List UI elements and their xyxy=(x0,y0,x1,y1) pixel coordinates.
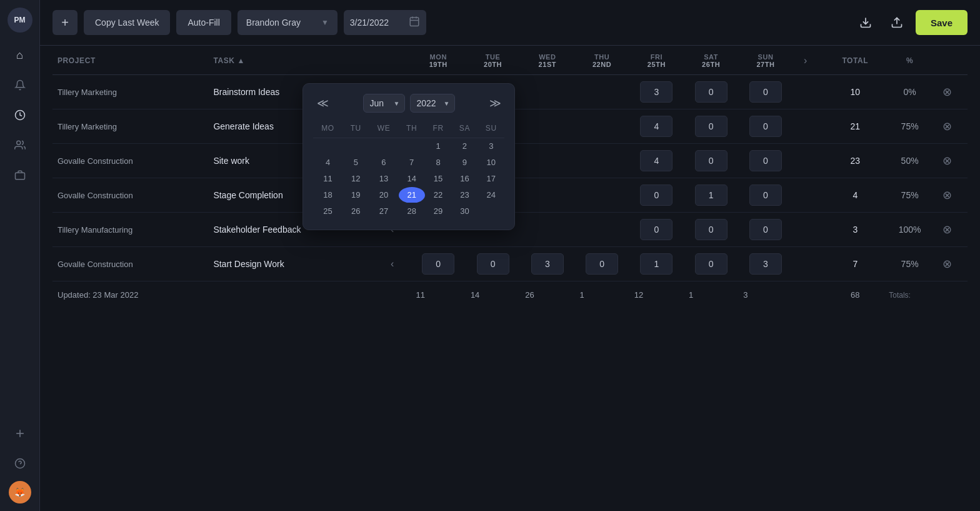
cell-sat-5[interactable] xyxy=(684,247,738,281)
auto-fill-button[interactable]: Auto-Fill xyxy=(176,10,231,35)
cal-day-cell[interactable]: 26 xyxy=(342,203,369,220)
cal-day-cell[interactable]: 24 xyxy=(478,187,504,203)
calendar-header: ≪ JanFebMarAprMay JunJulAugSep OctNovDec… xyxy=(313,94,504,113)
col-header-thu: Thu22nd xyxy=(574,46,629,75)
remove-row-button-0[interactable]: ⊗ xyxy=(938,83,956,101)
cell-fri-1[interactable] xyxy=(629,109,684,144)
user-selector[interactable]: Brandon Gray ▼ xyxy=(238,10,338,35)
cal-day-cell[interactable]: 15 xyxy=(425,171,451,187)
calendar-selects: JanFebMarAprMay JunJulAugSep OctNovDec ▼… xyxy=(363,94,455,113)
remove-row-button-2[interactable]: ⊗ xyxy=(938,152,956,169)
remove-row-button-5[interactable]: ⊗ xyxy=(938,255,956,273)
cell-mon-5[interactable] xyxy=(411,247,466,281)
cal-day-cell[interactable]: 18 xyxy=(313,187,342,203)
date-input[interactable] xyxy=(350,18,406,28)
download-button[interactable] xyxy=(853,10,878,35)
cal-day-cell[interactable]: 6 xyxy=(369,154,398,171)
cal-day-cell[interactable]: 3 xyxy=(478,138,504,154)
cell-wed-5[interactable] xyxy=(520,247,574,281)
cal-day-cell[interactable]: 12 xyxy=(342,171,369,187)
project-cell-4: Tillery Manufacturing xyxy=(52,213,208,247)
sidebar-item-briefcase[interactable] xyxy=(8,163,32,188)
cal-day-cell[interactable]: 30 xyxy=(451,203,478,220)
sidebar-item-time[interactable] xyxy=(8,103,32,128)
cal-day-cell[interactable]: 1 xyxy=(425,138,451,154)
cal-day-cell[interactable]: 17 xyxy=(478,171,504,187)
cell-tue-5[interactable] xyxy=(466,247,520,281)
cal-day-cell[interactable]: 25 xyxy=(313,203,342,220)
sidebar-item-help[interactable] xyxy=(8,451,32,476)
cell-thu-5[interactable] xyxy=(574,247,629,281)
calendar-prev-button[interactable]: ≪ xyxy=(313,94,332,113)
cell-sun-1[interactable] xyxy=(738,109,792,144)
col-header-task: TASK ▲ xyxy=(208,46,379,75)
cell-sun-5[interactable] xyxy=(738,247,792,281)
remove-row-button-3[interactable]: ⊗ xyxy=(938,186,956,204)
sidebar-item-home[interactable]: ⌂ xyxy=(8,43,32,68)
cell-fri-2[interactable] xyxy=(629,144,684,178)
calendar-next-button[interactable]: ≫ xyxy=(486,94,504,113)
sidebar-item-people[interactable] xyxy=(8,133,32,158)
user-avatar[interactable]: 🦊 xyxy=(9,481,31,503)
cal-day-cell[interactable]: 4 xyxy=(313,154,342,171)
cell-wed-0 xyxy=(520,75,574,109)
save-button[interactable]: Save xyxy=(916,10,968,35)
sidebar-item-add[interactable] xyxy=(8,421,32,446)
cell-wed-1 xyxy=(520,109,574,144)
cal-day-cell[interactable]: 16 xyxy=(451,171,478,187)
total-tue: 14 xyxy=(466,281,520,306)
add-entry-button[interactable]: + xyxy=(52,10,78,35)
cal-day-cell[interactable]: 29 xyxy=(425,203,451,220)
cell-sun-4[interactable] xyxy=(738,213,792,247)
total-wed: 26 xyxy=(520,281,574,306)
cell-sun-0[interactable] xyxy=(738,75,792,109)
copy-last-week-button[interactable]: Copy Last Week xyxy=(84,10,170,35)
cal-day-cell[interactable]: 23 xyxy=(451,187,478,203)
col-header-total: TOTAL xyxy=(824,46,886,75)
year-select[interactable]: 202020212022 20232024 xyxy=(410,94,455,113)
cell-fri-3[interactable] xyxy=(629,178,684,213)
cal-day-cell[interactable]: 7 xyxy=(399,154,425,171)
export-button[interactable] xyxy=(884,10,909,35)
cell-fri-0[interactable] xyxy=(629,75,684,109)
cal-day-cell[interactable]: 14 xyxy=(399,171,425,187)
cell-sun-3[interactable] xyxy=(738,178,792,213)
cal-empty-cell xyxy=(342,138,369,154)
nav-left-cell-5: ‹ xyxy=(380,247,411,281)
sidebar: PM ⌂ 🦊 xyxy=(0,0,40,511)
calendar-icon[interactable] xyxy=(409,16,420,29)
cal-day-cell[interactable]: 13 xyxy=(369,171,398,187)
row-nav-left-5[interactable]: ‹ xyxy=(385,256,400,271)
app-logo[interactable]: PM xyxy=(8,8,32,33)
cal-day-cell[interactable]: 8 xyxy=(425,154,451,171)
cell-sat-0[interactable] xyxy=(684,75,738,109)
cal-day-cell[interactable]: 5 xyxy=(342,154,369,171)
cell-sat-4[interactable] xyxy=(684,213,738,247)
col-header-remove xyxy=(933,46,968,75)
remove-cell-1: ⊗ xyxy=(933,109,968,144)
cal-day-cell[interactable]: 10 xyxy=(478,154,504,171)
cell-sat-3[interactable] xyxy=(684,178,738,213)
chevron-down-icon: ▼ xyxy=(321,18,329,27)
cell-fri-5[interactable] xyxy=(629,247,684,281)
cell-fri-4[interactable] xyxy=(629,213,684,247)
cal-day-cell[interactable]: 28 xyxy=(399,203,425,220)
remove-row-button-4[interactable]: ⊗ xyxy=(938,221,956,238)
cal-day-cell[interactable]: 11 xyxy=(313,171,342,187)
sidebar-item-bell[interactable] xyxy=(8,73,32,98)
cell-sat-1[interactable] xyxy=(684,109,738,144)
cell-sat-2[interactable] xyxy=(684,144,738,178)
cal-day-cell[interactable]: 20 xyxy=(369,187,398,203)
cal-day-cell[interactable]: 21 xyxy=(399,187,425,203)
date-input-wrapper[interactable] xyxy=(344,10,426,35)
month-select[interactable]: JanFebMarAprMay JunJulAugSep OctNovDec xyxy=(363,94,405,113)
remove-row-button-1[interactable]: ⊗ xyxy=(938,118,956,135)
nav-right-button[interactable]: › xyxy=(798,53,813,68)
cal-day-cell[interactable]: 27 xyxy=(369,203,398,220)
cal-day-cell[interactable]: 9 xyxy=(451,154,478,171)
cal-day-cell[interactable]: 2 xyxy=(451,138,478,154)
cell-sun-2[interactable] xyxy=(738,144,792,178)
project-cell-1: Tillery Marketing xyxy=(52,109,208,144)
cal-day-cell[interactable]: 19 xyxy=(342,187,369,203)
cal-day-cell[interactable]: 22 xyxy=(425,187,451,203)
